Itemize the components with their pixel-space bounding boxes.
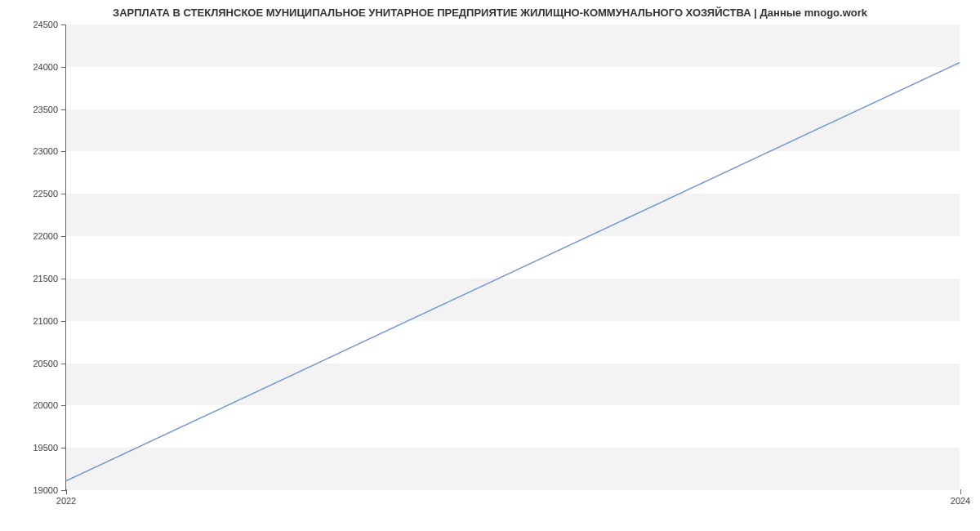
y-tick-label: 21000	[33, 316, 66, 326]
y-tick-label: 23500	[33, 105, 66, 114]
y-tick-label: 22500	[33, 189, 66, 199]
line-series	[66, 25, 960, 489]
y-tick-label: 21500	[33, 274, 66, 283]
plot-area: 1900019500200002050021000215002200022500…	[65, 25, 960, 490]
y-tick-label: 22000	[33, 231, 66, 241]
chart-container: ЗАРПЛАТА В СТЕКЛЯНСКОЕ МУНИЦИПАЛЬНОЕ УНИ…	[0, 0, 980, 531]
y-tick-label: 20500	[33, 359, 66, 368]
y-tick-label: 24000	[33, 62, 66, 72]
y-tick-label: 24500	[33, 20, 66, 29]
y-tick-label: 23000	[33, 146, 66, 156]
x-tick-label: 2024	[951, 489, 970, 506]
y-tick-label: 19500	[33, 443, 66, 453]
y-tick-label: 20000	[33, 400, 66, 410]
x-tick-label: 2022	[56, 489, 76, 506]
chart-title: ЗАРПЛАТА В СТЕКЛЯНСКОЕ МУНИЦИПАЛЬНОЕ УНИ…	[0, 7, 980, 19]
